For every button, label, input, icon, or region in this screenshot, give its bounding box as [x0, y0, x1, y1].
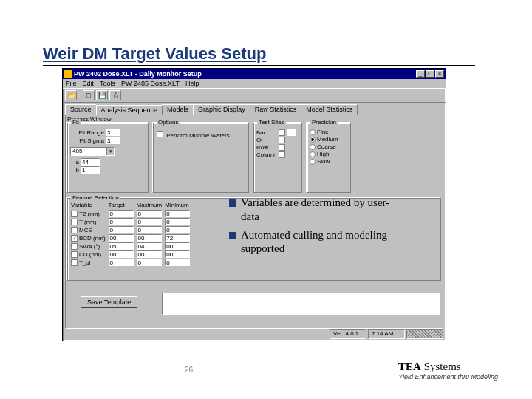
feature-value-input[interactable]: 72 [165, 234, 190, 242]
precision-high-label: High [317, 151, 329, 157]
col-header: Minimum [165, 202, 190, 208]
feature-row: CD (nm) [71, 250, 106, 258]
feature-value-input[interactable]: 04 [137, 242, 162, 250]
feature-value-input[interactable]: 05 [109, 242, 134, 250]
menu-pw[interactable]: PW 2485 Dose.XLT [121, 80, 180, 87]
feature-checkbox[interactable] [71, 243, 78, 250]
feature-value-input[interactable]: 00 [137, 250, 162, 258]
feature-value-input[interactable]: 0 [109, 259, 134, 266]
feature-value-input[interactable]: 0 [137, 226, 162, 233]
test-site-column: Column [256, 151, 279, 158]
options-group-label: Options [157, 119, 180, 126]
precision-coarse-radio[interactable] [310, 144, 316, 150]
feature-value-input[interactable]: 00 [137, 234, 162, 242]
maximize-button[interactable]: □ [426, 70, 434, 78]
feature-value-input[interactable]: 00 [165, 250, 190, 258]
feature-value-input[interactable]: 00 [165, 242, 190, 250]
footer-brand: TEA Systems Yield Enhancement thru Model… [398, 361, 498, 381]
col-header: Maximum [137, 202, 163, 208]
feature-value-input[interactable]: 0 [165, 259, 190, 266]
close-button[interactable]: × [435, 70, 444, 78]
feature-selection-label: Feature Selection [71, 194, 120, 201]
test-site-row-check[interactable] [279, 144, 285, 151]
perform-multiple-label: Perform Multiple Wafers [166, 132, 230, 139]
menu-file[interactable]: File [66, 80, 77, 87]
brand-a: TEA [398, 361, 421, 372]
precision-slow-radio[interactable] [310, 159, 316, 165]
feature-checkbox[interactable] [71, 219, 78, 225]
slide-title: Weir DM Target Values Setup [43, 44, 475, 66]
test-site-row: Row [256, 144, 279, 151]
tab-analysis-sequence[interactable]: Analysis Sequence [96, 105, 163, 115]
feature-checkbox[interactable] [71, 259, 78, 266]
menu-edit[interactable]: Edit [83, 80, 95, 87]
toolbar-print-icon[interactable]: ⎙ [109, 90, 121, 100]
resize-grip[interactable] [406, 329, 443, 339]
tab-models[interactable]: Models [162, 104, 194, 115]
toolbar-open-icon[interactable]: 📂 [65, 90, 77, 100]
feature-value-input[interactable]: 0 [137, 210, 162, 217]
feature-value-input[interactable]: 00 [109, 234, 134, 242]
feature-checkbox[interactable] [71, 211, 78, 217]
toolbar-new-icon[interactable]: □ [83, 90, 95, 100]
feature-value-input[interactable]: 0 [109, 218, 134, 225]
status-time: 7:14 AM [368, 329, 405, 339]
menubar: File Edit Tools PW 2485 Dose.XLT Help [63, 79, 446, 88]
feature-value-input[interactable]: 0 [137, 218, 162, 225]
tab-raw-statistics[interactable]: Raw Statistics [250, 104, 302, 115]
precision-medium-radio[interactable] [310, 137, 316, 143]
col-header: Target [109, 202, 134, 208]
feature-checkbox[interactable] [71, 227, 78, 233]
sub-b-input[interactable]: 1 [81, 166, 100, 174]
fit-sigma-label: Fit Sigma [70, 137, 104, 144]
perform-multiple-checkbox[interactable] [157, 131, 163, 137]
brand-b: Systems [421, 361, 461, 372]
tab-strip: Source Analysis Sequence Models Graphic … [63, 103, 446, 115]
feature-row: ✓BCD (nm) [71, 234, 106, 242]
feature-name: MCE [79, 227, 92, 233]
window-title: PW 2402 Dose.XLT - Daily Monitor Setup [74, 70, 415, 78]
statusbar: Ver: 4.0.1 7:14 AM [65, 329, 443, 339]
feature-value-input[interactable]: 0 [165, 218, 190, 225]
precision-fine-label: Fine [317, 129, 329, 135]
fit-sigma-input[interactable]: 3 [106, 137, 120, 144]
minimize-button[interactable]: _ [416, 70, 425, 78]
tab-graphic-display[interactable]: Graphic Display [193, 104, 250, 115]
fit-range-input[interactable]: 3 [106, 129, 120, 136]
menu-tools[interactable]: Tools [100, 80, 115, 87]
toolbar-save-icon[interactable]: 💾 [96, 90, 108, 100]
precision-high-radio[interactable] [310, 151, 316, 157]
feature-value-input[interactable]: 0 [109, 210, 134, 217]
feature-value-input[interactable]: 00 [109, 250, 134, 258]
precision-fine-radio[interactable] [310, 129, 316, 135]
feature-name: SWA (°) [79, 243, 100, 250]
template-text-area[interactable] [162, 293, 440, 315]
feature-value-input[interactable]: 0 [165, 210, 190, 217]
precision-label: Precision [310, 119, 338, 126]
test-site-column-check[interactable] [279, 151, 285, 158]
test-sites-group: Test Sites Bar Ot Row Column [253, 123, 302, 193]
bullet-1: Variables are determined by user-data [241, 196, 406, 224]
tab-model-statistics[interactable]: Model Statistics [301, 104, 358, 115]
feature-value-input[interactable]: 0 [165, 226, 190, 233]
save-template-button[interactable]: Save Template [81, 296, 137, 308]
feature-name: T_ol [79, 259, 91, 266]
test-site-bar-check[interactable] [279, 129, 285, 136]
feature-checkbox[interactable] [71, 251, 78, 258]
page-number: 26 [185, 366, 193, 374]
feature-value-input[interactable]: 0 [109, 226, 134, 233]
feature-checkbox[interactable]: ✓ [71, 235, 78, 242]
precision-group: Precision Fine Medium Coarse High Slow [307, 123, 351, 193]
feature-name: BCD (nm) [79, 235, 106, 242]
fit-dropdown[interactable]: 485 ▾ [70, 147, 115, 156]
sub-a-input[interactable]: 44 [81, 158, 100, 166]
chevron-down-icon[interactable]: ▾ [106, 148, 114, 155]
test-site-bar-val[interactable] [287, 129, 296, 136]
feature-value-input[interactable]: 0 [137, 259, 162, 266]
precision-slow-label: Slow [317, 158, 330, 165]
tab-source[interactable]: Source [65, 104, 97, 115]
test-site-ot-check[interactable] [279, 137, 285, 143]
bullet-list: Variables are determined by user-data Au… [229, 196, 406, 260]
menu-help[interactable]: Help [185, 80, 200, 87]
feature-row: SWA (°) [71, 242, 106, 250]
